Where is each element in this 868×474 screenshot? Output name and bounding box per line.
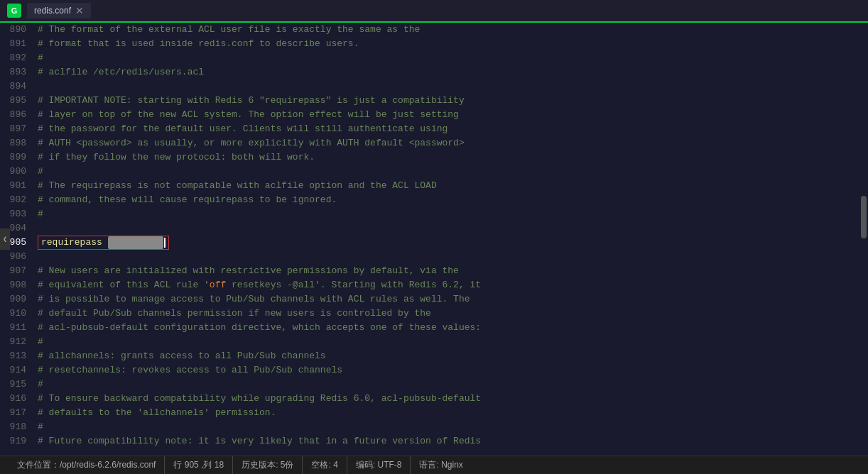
code-content[interactable]: # The format of the external ACL user fi… bbox=[32, 23, 859, 456]
line-number: 916 bbox=[6, 392, 26, 406]
code-line: # bbox=[38, 51, 859, 65]
line-number: 907 bbox=[6, 264, 26, 278]
line-number: 891 bbox=[6, 37, 26, 51]
line-number: 915 bbox=[6, 377, 26, 392]
collapse-arrow-button[interactable]: ❮ bbox=[0, 228, 10, 250]
code-line: # IMPORTANT NOTE: starting with Redis 6 … bbox=[38, 94, 859, 108]
status-history: 历史版本: 5份 bbox=[233, 456, 303, 474]
code-line: # resetchannels: revokes access to all P… bbox=[38, 363, 859, 377]
status-row-col: 行 905 ,列 18 bbox=[165, 456, 233, 474]
active-line-highlight: requirepass bbox=[38, 236, 169, 250]
code-line: # format that is used inside redis.conf … bbox=[38, 37, 859, 51]
code-line: # defaults to the 'allchannels' permissi… bbox=[38, 406, 859, 420]
status-filepath: 文件位置：/opt/redis-6.2.6/redis.conf bbox=[9, 456, 165, 474]
line-number: 894 bbox=[6, 79, 26, 94]
code-line: requirepass bbox=[38, 236, 859, 250]
code-line: # The format of the external ACL user fi… bbox=[38, 23, 859, 37]
app-logo: G bbox=[7, 4, 21, 18]
code-line: # if they follow the new protocol: both … bbox=[38, 150, 859, 165]
code-line: # New users are initialized with restric… bbox=[38, 264, 859, 278]
vertical-scrollbar[interactable] bbox=[859, 23, 868, 456]
code-line: # layer on top of the new ACL system. Th… bbox=[38, 108, 859, 122]
code-line: # the password for the default user. Cli… bbox=[38, 122, 859, 136]
line-number: 893 bbox=[6, 65, 26, 79]
redacted-value bbox=[108, 236, 163, 249]
code-line: # Future compatibility note: it is very … bbox=[38, 434, 859, 448]
code-line: # allchannels: grants access to all Pub/… bbox=[38, 349, 859, 363]
status-language: 语言: Nginx bbox=[411, 456, 471, 474]
code-line: # equivalent of this ACL rule 'off reset… bbox=[38, 278, 859, 292]
line-number: 913 bbox=[6, 349, 26, 363]
code-line: # acl-pubsub-default configuration direc… bbox=[38, 321, 859, 335]
code-line: # bbox=[38, 165, 859, 179]
code-line: # command, these will cause requirepass … bbox=[38, 193, 859, 207]
code-line bbox=[38, 79, 859, 94]
line-number: 892 bbox=[6, 51, 26, 65]
code-line: # bbox=[38, 377, 859, 392]
line-number: 902 bbox=[6, 193, 26, 207]
line-number: 895 bbox=[6, 94, 26, 108]
line-number: 911 bbox=[6, 321, 26, 335]
editor-area: ❮ 89089189289389489589689789889990090190… bbox=[0, 23, 868, 456]
line-number: 909 bbox=[6, 292, 26, 307]
line-number: 900 bbox=[6, 165, 26, 179]
line-number: 914 bbox=[6, 363, 26, 377]
tab-filename: redis.conf bbox=[34, 6, 71, 16]
line-number: 896 bbox=[6, 108, 26, 122]
line-number: 917 bbox=[6, 406, 26, 420]
file-tab[interactable]: redis.conf ✕ bbox=[27, 3, 91, 18]
line-number: 901 bbox=[6, 179, 26, 193]
status-spaces: 空格: 4 bbox=[303, 456, 347, 474]
code-line: # bbox=[38, 335, 859, 349]
scrollbar-thumb[interactable] bbox=[861, 196, 867, 238]
status-bar: 文件位置：/opt/redis-6.2.6/redis.conf 行 905 ,… bbox=[0, 456, 868, 474]
line-number: 919 bbox=[6, 434, 26, 448]
line-number: 918 bbox=[6, 420, 26, 434]
code-line: # To ensure backward compatibility while… bbox=[38, 392, 859, 406]
line-number: 899 bbox=[6, 150, 26, 165]
code-line: # default Pub/Sub channels permission if… bbox=[38, 307, 859, 321]
line-number: 897 bbox=[6, 122, 26, 136]
code-line: # AUTH <password> as usually, or more ex… bbox=[38, 136, 859, 150]
code-line: # aclfile /etc/redis/users.acl bbox=[38, 65, 859, 79]
tab-close-button[interactable]: ✕ bbox=[75, 6, 84, 16]
line-number: 912 bbox=[6, 335, 26, 349]
code-line bbox=[38, 221, 859, 236]
line-number: 890 bbox=[6, 23, 26, 37]
code-line: # The requirepass is not compatable with… bbox=[38, 179, 859, 193]
line-number: 898 bbox=[6, 136, 26, 150]
line-number: 908 bbox=[6, 278, 26, 292]
code-line bbox=[38, 250, 859, 264]
line-number: 903 bbox=[6, 207, 26, 221]
code-line: # bbox=[38, 207, 859, 221]
code-line: # bbox=[38, 420, 859, 434]
line-number: 906 bbox=[6, 250, 26, 264]
title-bar: G redis.conf ✕ bbox=[0, 0, 868, 23]
status-encoding: 编码: UTF-8 bbox=[347, 456, 411, 474]
line-number: 910 bbox=[6, 307, 26, 321]
code-line: # is possible to manage access to Pub/Su… bbox=[38, 292, 859, 307]
